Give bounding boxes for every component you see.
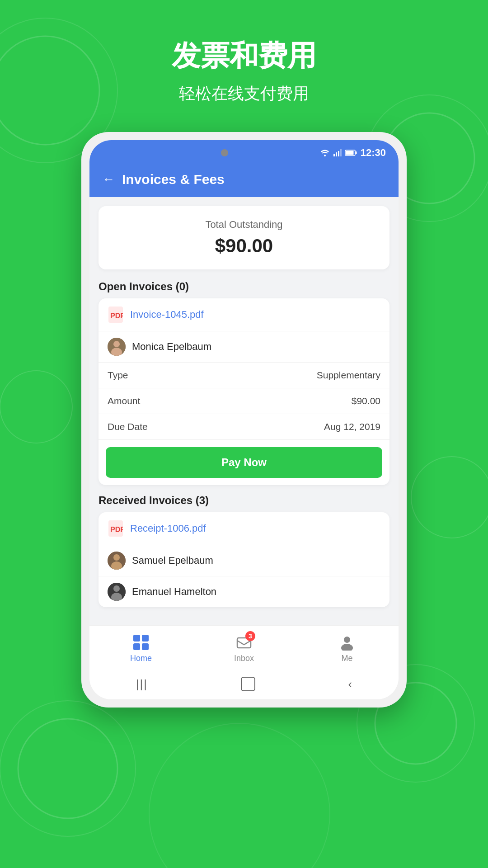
back-button[interactable]: ← bbox=[102, 172, 115, 187]
type-label: Type bbox=[108, 370, 128, 381]
svg-rect-18 bbox=[346, 151, 353, 155]
svg-point-8 bbox=[149, 723, 330, 868]
type-value: Supplementary bbox=[317, 370, 380, 381]
emanuel-person-row: Emanuel Hamelton bbox=[99, 576, 389, 607]
nav-home-circle[interactable] bbox=[241, 677, 255, 691]
inbox-nav-label: Inbox bbox=[234, 654, 254, 663]
pdf-icon: PDF bbox=[108, 307, 124, 323]
svg-text:PDF: PDF bbox=[110, 526, 123, 533]
page-header: 发票和费用 轻松在线支付费用 bbox=[172, 36, 316, 105]
bottom-nav: Home 3 Inbox bbox=[89, 625, 399, 669]
camera-dot bbox=[221, 149, 228, 156]
open-invoice-card: PDF Invoice-1045.pdf Monica Epelbau bbox=[99, 298, 389, 485]
home-grid-cell-1 bbox=[133, 635, 140, 642]
emanuel-name: Emanuel Hamelton bbox=[132, 586, 216, 598]
svg-text:PDF: PDF bbox=[110, 312, 123, 320]
svg-point-34 bbox=[341, 644, 353, 651]
svg-point-11 bbox=[324, 155, 326, 156]
phone-mockup: 12:30 ← Invoices & Fees Total Outstandin… bbox=[81, 132, 407, 708]
status-time: 12:30 bbox=[361, 147, 386, 159]
status-bar: 12:30 bbox=[89, 140, 399, 164]
open-invoices-title: Open Invoices (0) bbox=[99, 280, 389, 293]
home-nav-label: Home bbox=[130, 654, 152, 663]
nav-menu-icon[interactable]: ||| bbox=[136, 677, 148, 691]
pay-now-button[interactable]: Pay Now bbox=[106, 447, 382, 478]
due-date-label: Due Date bbox=[108, 421, 148, 432]
due-date-value: Aug 12, 2019 bbox=[324, 421, 380, 432]
samuel-avatar bbox=[108, 552, 126, 570]
status-icons: 12:30 bbox=[320, 147, 386, 159]
inbox-icon: 3 bbox=[235, 633, 253, 652]
received-invoice-card: PDF Receipt-1006.pdf Samuel Epelbau bbox=[99, 512, 389, 607]
total-outstanding-amount: $90.00 bbox=[111, 235, 377, 257]
screen-content: Total Outstanding $90.00 Open Invoices (… bbox=[89, 197, 399, 625]
received-invoices-title: Received Invoices (3) bbox=[99, 494, 389, 507]
svg-rect-14 bbox=[338, 151, 339, 156]
nav-back-icon[interactable]: ‹ bbox=[348, 677, 352, 691]
svg-rect-12 bbox=[333, 154, 335, 156]
monica-avatar bbox=[108, 338, 126, 356]
nav-home[interactable]: Home bbox=[114, 633, 168, 663]
monica-name: Monica Epelbaum bbox=[132, 341, 211, 353]
total-outstanding-card: Total Outstanding $90.00 bbox=[99, 206, 389, 269]
receipt-pdf-icon: PDF bbox=[108, 520, 124, 537]
svg-point-5 bbox=[0, 701, 136, 836]
svg-point-10 bbox=[411, 457, 488, 538]
svg-point-0 bbox=[0, 36, 99, 145]
receipt-filename[interactable]: Receipt-1006.pdf bbox=[130, 523, 206, 534]
svg-point-22 bbox=[113, 341, 120, 347]
type-row: Type Supplementary bbox=[99, 363, 389, 388]
amount-row: Amount $90.00 bbox=[99, 388, 389, 414]
app-bar-title: Invoices & Fees bbox=[122, 172, 225, 187]
home-grid-cell-4 bbox=[142, 643, 149, 650]
svg-rect-17 bbox=[355, 151, 357, 154]
home-grid-cell-3 bbox=[133, 643, 140, 650]
samuel-name: Samuel Epelbaum bbox=[132, 555, 213, 566]
svg-rect-15 bbox=[340, 149, 342, 156]
app-bar: ← Invoices & Fees bbox=[89, 164, 399, 197]
phone-inner: 12:30 ← Invoices & Fees Total Outstandin… bbox=[89, 140, 399, 699]
svg-rect-13 bbox=[336, 152, 337, 156]
nav-inbox[interactable]: 3 Inbox bbox=[217, 633, 271, 663]
invoice-person-row: Monica Epelbaum bbox=[99, 331, 389, 363]
nav-me[interactable]: Me bbox=[320, 633, 374, 663]
emanuel-avatar bbox=[108, 583, 126, 601]
home-grid-cell-2 bbox=[142, 635, 149, 642]
samuel-person-row: Samuel Epelbaum bbox=[99, 545, 389, 576]
svg-point-33 bbox=[344, 637, 350, 643]
svg-point-4 bbox=[18, 719, 117, 818]
android-nav-bar: ||| ‹ bbox=[89, 669, 399, 699]
svg-point-9 bbox=[0, 371, 72, 443]
home-icon bbox=[131, 633, 150, 652]
svg-point-27 bbox=[113, 554, 120, 561]
page-title: 发票和费用 bbox=[172, 36, 316, 75]
me-icon bbox=[338, 633, 357, 652]
me-nav-label: Me bbox=[341, 654, 352, 663]
total-outstanding-label: Total Outstanding bbox=[111, 219, 377, 231]
svg-point-30 bbox=[113, 585, 120, 592]
receipt-file-row[interactable]: PDF Receipt-1006.pdf bbox=[99, 512, 389, 545]
due-date-row: Due Date Aug 12, 2019 bbox=[99, 414, 389, 440]
invoice-file-row[interactable]: PDF Invoice-1045.pdf bbox=[99, 298, 389, 331]
invoice-filename[interactable]: Invoice-1045.pdf bbox=[130, 309, 204, 321]
inbox-badge: 3 bbox=[245, 631, 255, 641]
amount-value: $90.00 bbox=[352, 396, 380, 406]
page-subtitle: 轻松在线支付费用 bbox=[172, 83, 316, 105]
amount-label: Amount bbox=[108, 396, 140, 406]
